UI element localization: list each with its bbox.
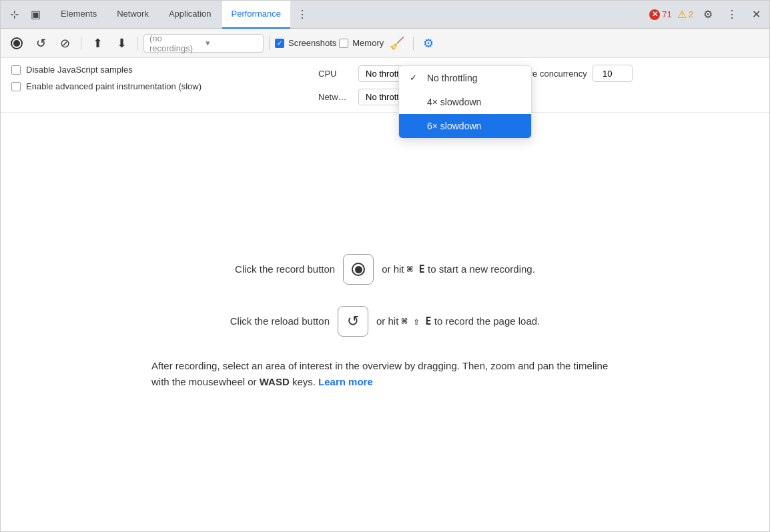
tab-performance[interactable]: Performance [222, 1, 290, 29]
error-badge[interactable]: ✕ 71 [649, 9, 671, 20]
record-instruction-text-after: or hit ⌘ E to start a new recording. [382, 262, 535, 277]
memory-label: Memory [352, 38, 384, 48]
recording-placeholder: (no recordings) [149, 33, 202, 53]
no-throttling-label: No throttling [427, 73, 477, 83]
memory-checkbox-label[interactable]: Memory [339, 38, 384, 48]
main-content: Click the record button or hit ⌘ E to st… [1, 113, 769, 531]
4x-slowdown-label: 4× slowdown [427, 97, 481, 107]
learn-more-link[interactable]: Learn more [318, 376, 373, 387]
toolbar: ↺ ⊘ ⬆ ⬇ (no recordings) ▾ ✓ Screenshots … [1, 29, 769, 58]
toolbar-divider-2 [137, 37, 138, 50]
download-button[interactable]: ⬇ [111, 33, 132, 54]
network-label: Netw… [318, 92, 352, 102]
record-icon-box [343, 254, 374, 285]
disable-js-label: Disable JavaScript samples [26, 65, 133, 75]
dropdown-item-6x[interactable]: ✓ 6× slowdown [399, 114, 531, 138]
record-button[interactable] [6, 33, 27, 54]
network-row: Netw… No throttling ▾ [318, 89, 759, 105]
dropdown-item-4x[interactable]: ✓ 4× slowdown [399, 90, 531, 114]
record-instruction-text-before: Click the record button [235, 262, 335, 277]
after-text2: keys. [290, 376, 316, 387]
record-icon [11, 37, 23, 49]
disable-js-checkbox[interactable] [11, 65, 21, 75]
tab-more[interactable]: ⋮ [292, 1, 313, 29]
record-symbol [352, 263, 365, 276]
empty-checkmark-4x: ✓ [410, 97, 420, 107]
reload-button[interactable]: ↺ [30, 33, 51, 54]
reload-instruction-text-after: or hit ⌘ ⇧ E to record the page load. [376, 314, 540, 329]
reload-instruction-text-before: Click the reload button [230, 314, 330, 329]
hw-concurrency-input[interactable] [593, 65, 633, 82]
tab-bar: ⊹ ▣ Elements Network Application Perform… [1, 1, 769, 29]
error-circle-icon: ✕ [649, 9, 660, 20]
enable-paint-checkbox[interactable] [11, 82, 21, 91]
checkmark-icon: ✓ [410, 73, 420, 83]
cpu-dropdown-menu: ✓ No throttling ✓ 4× slowdown ✓ 6× slowd… [398, 65, 532, 139]
after-recording-text: After recording, select an area of inter… [151, 358, 619, 390]
clear-button[interactable]: ⊘ [54, 33, 75, 54]
reload-icon-box: ↺ [338, 306, 368, 337]
device-icon-btn[interactable]: ▣ [26, 5, 45, 24]
tab-application[interactable]: Application [159, 1, 221, 29]
cpu-row: CPU No throttling ▾ ✓ No throttling [318, 65, 759, 82]
enable-paint-label: Enable advanced paint instrumentation (s… [26, 81, 202, 91]
screenshots-label: Screenshots [288, 38, 336, 48]
cpu-label: CPU [318, 69, 352, 79]
toolbar-divider-1 [81, 37, 81, 50]
upload-button[interactable]: ⬆ [87, 33, 108, 54]
empty-checkmark-6x: ✓ [410, 121, 420, 131]
recording-select[interactable]: (no recordings) ▾ [143, 34, 264, 53]
more-options-button[interactable]: ⋮ [723, 5, 741, 24]
after-text: After recording, select an area of inter… [151, 360, 608, 387]
disable-js-option[interactable]: Disable JavaScript samples [11, 65, 318, 75]
warning-badge[interactable]: ⚠ 2 [677, 8, 693, 21]
enable-paint-option[interactable]: Enable advanced paint instrumentation (s… [11, 81, 318, 91]
tab-elements[interactable]: Elements [51, 1, 106, 29]
toolbar-divider-3 [269, 37, 270, 50]
options-row: Disable JavaScript samples Enable advanc… [1, 58, 769, 113]
tab-icons: ⊹ ▣ [5, 5, 45, 24]
screenshots-checkbox-label[interactable]: ✓ Screenshots [275, 38, 336, 48]
tab-right-actions: ✕ 71 ⚠ 2 ⚙ ⋮ ✕ [649, 5, 765, 24]
memory-checkbox[interactable] [339, 39, 348, 48]
warning-triangle-icon: ⚠ [677, 8, 687, 21]
6x-slowdown-label: 6× slowdown [427, 121, 481, 131]
record-instruction: Click the record button or hit ⌘ E to st… [235, 254, 535, 285]
options-right: CPU No throttling ▾ ✓ No throttling [318, 65, 759, 105]
reload-instruction: Click the reload button ↺ or hit ⌘ ⇧ E t… [230, 306, 540, 337]
broom-button[interactable]: 🧹 [386, 33, 408, 54]
devtools-window: ⊹ ▣ Elements Network Application Perform… [0, 0, 770, 532]
settings-button[interactable]: ⚙ [699, 5, 717, 24]
close-button[interactable]: ✕ [747, 5, 765, 24]
cursor-icon-btn[interactable]: ⊹ [5, 5, 23, 24]
reload-symbol: ↺ [347, 313, 359, 330]
screenshots-checkbox[interactable]: ✓ [275, 39, 284, 48]
chevron-down-icon: ▾ [206, 38, 258, 48]
cpu-dropdown-container: No throttling ▾ ✓ No throttling ✓ 4× slo… [358, 65, 465, 82]
wasd-text: WASD [260, 376, 290, 387]
gear-blue-button[interactable]: ⚙ [419, 34, 438, 53]
dropdown-item-no-throttling[interactable]: ✓ No throttling [399, 66, 531, 90]
options-left: Disable JavaScript samples Enable advanc… [11, 65, 318, 91]
tab-network[interactable]: Network [107, 1, 158, 29]
toolbar-divider-4 [413, 37, 414, 50]
